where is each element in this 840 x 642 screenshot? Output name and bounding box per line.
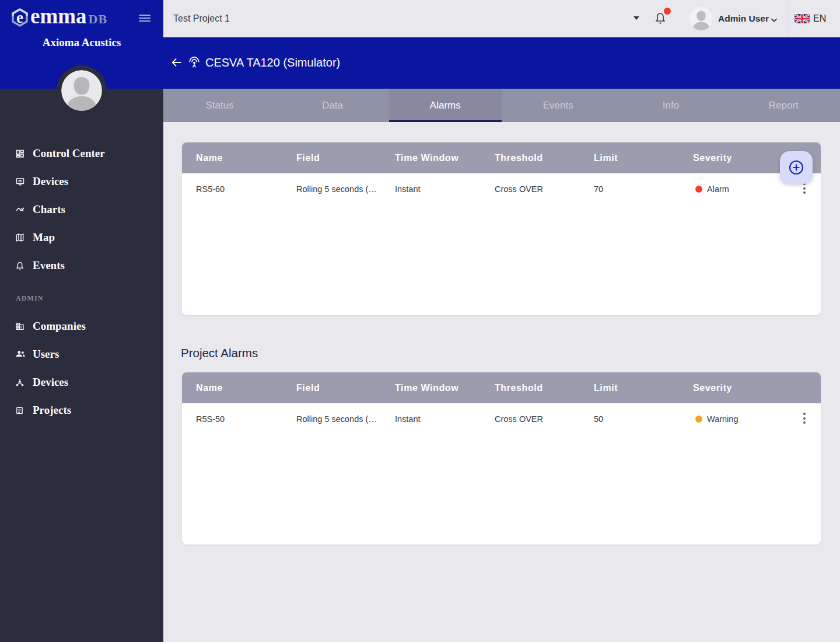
svg-text:e: e — [16, 9, 23, 26]
